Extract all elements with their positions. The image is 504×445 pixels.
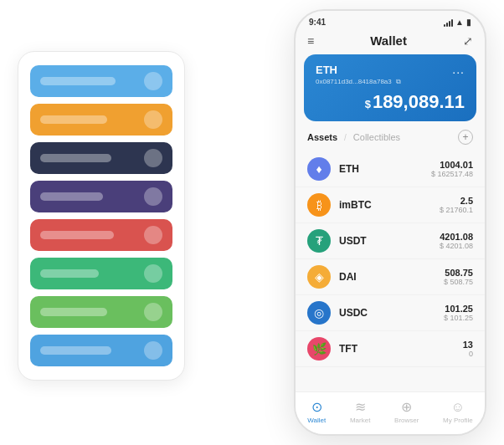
status-bar: 9:41 ▲ ▮	[296, 11, 485, 30]
card-icon-5	[144, 264, 162, 283]
asset-amounts-dai: 508.75$ 508.75	[444, 268, 473, 286]
nav-label-0: Wallet	[307, 417, 326, 424]
eth-card-menu[interactable]: ...	[452, 63, 465, 76]
asset-main-amount: 1004.01	[431, 160, 473, 170]
card-icon-4	[144, 226, 162, 244]
nav-item-my-profile[interactable]: ☺My Profile	[443, 400, 473, 424]
card-icon-1	[144, 110, 162, 129]
card-icon-6	[144, 303, 162, 321]
asset-icon-eth: ♦	[307, 157, 331, 181]
nav-item-wallet[interactable]: ⊙Wallet	[307, 399, 326, 424]
eth-card-title: ETH	[316, 64, 337, 76]
card-item-5[interactable]	[30, 258, 172, 289]
asset-name-tft: TFT	[339, 343, 463, 355]
expand-icon[interactable]: ⤢	[463, 34, 473, 48]
card-bar-5	[40, 269, 99, 278]
scene: 9:41 ▲ ▮ ≡ Wallet ⤢ ETH ...	[18, 9, 486, 436]
card-bar-0	[40, 77, 116, 85]
card-item-1[interactable]	[30, 104, 172, 136]
battery-icon: ▮	[466, 18, 471, 27]
asset-row-eth[interactable]: ♦ETH1004.01$ 162517.48	[296, 151, 485, 187]
asset-main-amount: 101.25	[444, 304, 473, 314]
asset-main-amount: 4201.08	[440, 232, 473, 242]
asset-list: ♦ETH1004.01$ 162517.48₿imBTC2.5$ 21760.1…	[296, 151, 485, 391]
card-icon-3	[144, 187, 162, 206]
card-item-0[interactable]	[30, 65, 172, 97]
asset-amounts-usdt: 4201.08$ 4201.08	[440, 232, 473, 250]
eth-card: ETH ... 0x08711d3d...8418a78a3 ⧉ $189,08…	[304, 54, 476, 121]
asset-amounts-imbtc: 2.5$ 21760.1	[440, 196, 473, 214]
nav-icon-3: ☺	[451, 400, 465, 415]
nav-item-browser[interactable]: ⊕Browser	[394, 399, 419, 424]
card-icon-2	[144, 149, 162, 167]
bottom-nav: ⊙Wallet≋Market⊕Browser☺My Profile	[296, 391, 485, 434]
card-item-7[interactable]	[30, 335, 172, 366]
wifi-icon: ▲	[455, 18, 464, 27]
eth-address: 0x08711d3d...8418a78a3 ⧉	[316, 78, 465, 86]
card-stack	[18, 51, 185, 381]
asset-usd-amount: $ 162517.48	[431, 170, 473, 178]
eth-balance: $189,089.11	[316, 91, 465, 113]
menu-icon[interactable]: ≡	[307, 34, 314, 48]
assets-tabs: Assets / Collectibles	[307, 132, 400, 142]
card-item-4[interactable]	[30, 219, 172, 251]
nav-item-market[interactable]: ≋Market	[350, 399, 370, 424]
asset-name-imbtc: imBTC	[339, 199, 440, 211]
card-item-6[interactable]	[30, 296, 172, 328]
assets-header: Assets / Collectibles +	[296, 130, 485, 151]
eth-card-header: ETH ...	[316, 63, 465, 76]
status-icons: ▲ ▮	[444, 18, 471, 27]
asset-icon-imbtc: ₿	[307, 193, 331, 217]
nav-icon-1: ≋	[355, 399, 366, 415]
asset-row-imbtc[interactable]: ₿imBTC2.5$ 21760.1	[296, 187, 485, 223]
nav-label-3: My Profile	[443, 417, 473, 424]
asset-icon-dai: ◈	[307, 265, 331, 289]
card-bar-1	[40, 115, 107, 124]
asset-icon-usdt: ₮	[307, 229, 331, 253]
tab-assets[interactable]: Assets	[307, 132, 337, 142]
asset-name-dai: DAI	[339, 271, 444, 283]
asset-row-tft[interactable]: 🌿TFT130	[296, 331, 485, 367]
card-item-3[interactable]	[30, 181, 172, 212]
time: 9:41	[309, 18, 326, 27]
tab-divider: /	[344, 133, 347, 142]
asset-main-amount: 13	[463, 340, 473, 350]
asset-usd-amount: $ 4201.08	[440, 242, 473, 250]
card-bar-7	[40, 346, 111, 355]
tab-collectibles[interactable]: Collectibles	[353, 132, 400, 142]
nav-icon-2: ⊕	[401, 399, 412, 415]
nav-label-1: Market	[350, 417, 370, 424]
asset-name-usdt: USDT	[339, 235, 440, 247]
asset-usd-amount: $ 508.75	[444, 278, 473, 286]
page-title: Wallet	[370, 33, 407, 48]
nav-icon-0: ⊙	[311, 399, 322, 415]
asset-amounts-usdc: 101.25$ 101.25	[444, 304, 473, 322]
asset-name-usdc: USDC	[339, 307, 444, 319]
asset-usd-amount: $ 101.25	[444, 314, 473, 322]
card-bar-6	[40, 308, 107, 316]
asset-row-usdt[interactable]: ₮USDT4201.08$ 4201.08	[296, 223, 485, 259]
asset-usd-amount: $ 21760.1	[440, 206, 473, 214]
phone-mockup: 9:41 ▲ ▮ ≡ Wallet ⤢ ETH ...	[294, 9, 486, 436]
asset-usd-amount: 0	[463, 350, 473, 358]
signal-icon	[444, 18, 453, 27]
card-bar-3	[40, 192, 103, 201]
asset-main-amount: 2.5	[440, 196, 473, 206]
card-icon-7	[144, 341, 162, 360]
card-bar-4	[40, 231, 114, 239]
nav-label-2: Browser	[394, 417, 419, 424]
asset-amounts-tft: 130	[463, 340, 473, 358]
add-asset-button[interactable]: +	[458, 130, 473, 145]
asset-name-eth: ETH	[339, 163, 431, 175]
asset-icon-usdc: ◎	[307, 301, 331, 325]
asset-row-dai[interactable]: ◈DAI508.75$ 508.75	[296, 259, 485, 295]
asset-row-usdc[interactable]: ◎USDC101.25$ 101.25	[296, 295, 485, 331]
phone-header: ≡ Wallet ⤢	[296, 30, 485, 54]
card-icon-0	[144, 72, 162, 90]
asset-amounts-eth: 1004.01$ 162517.48	[431, 160, 473, 178]
card-item-2[interactable]	[30, 142, 172, 174]
asset-main-amount: 508.75	[444, 268, 473, 278]
asset-icon-tft: 🌿	[307, 337, 331, 361]
clipboard-icon[interactable]: ⧉	[396, 78, 401, 85]
card-bar-2	[40, 154, 111, 162]
